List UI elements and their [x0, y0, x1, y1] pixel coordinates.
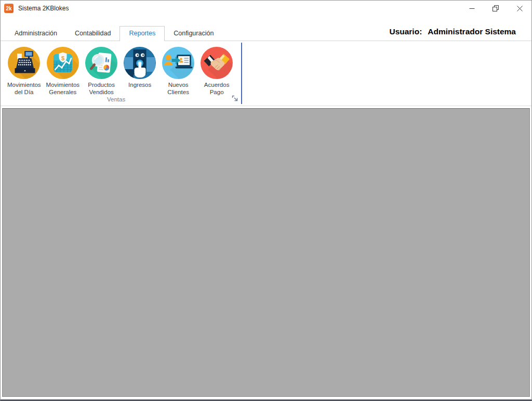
chart-shield-icon: $: [46, 46, 79, 80]
tab-configuracion[interactable]: Configuración: [165, 27, 222, 41]
item-label: Productos Vendidos: [88, 81, 115, 96]
button-nuevos-clientes[interactable]: Nuevos Clientes: [159, 46, 197, 96]
minimize-button[interactable]: [460, 1, 484, 16]
item-label-line2: Vendidos: [88, 88, 115, 96]
item-label: Movimientos Generales: [46, 81, 80, 96]
item-label-line1: Movimientos: [46, 81, 80, 88]
ribbon: Movimientos del Día: [1, 41, 531, 106]
hand-press-icon: [123, 46, 156, 80]
item-label-line2: Clientes: [167, 88, 189, 96]
item-label-line1: Productos: [88, 81, 115, 88]
tab-administracion[interactable]: Administración: [6, 27, 66, 41]
handshake-icon: [200, 46, 233, 80]
item-label-line2: Pago: [204, 88, 230, 96]
user-name: Administrador Sistema: [428, 27, 516, 36]
button-movimientos-del-dia[interactable]: Movimientos del Día: [5, 46, 44, 96]
item-label: Movimientos del Día: [7, 81, 41, 96]
item-label-line1: Acuerdos: [204, 81, 230, 88]
item-label-line1: Ingresos: [128, 81, 151, 88]
svg-text:$: $: [61, 55, 64, 61]
tab-contabilidad[interactable]: Contabilidad: [66, 27, 120, 41]
button-ingresos[interactable]: Ingresos: [121, 46, 159, 88]
user-label: Usuario:: [389, 27, 422, 36]
new-client-icon: [162, 46, 195, 80]
item-label: Nuevos Clientes: [167, 81, 189, 96]
item-label: Acuerdos Pago: [204, 81, 230, 96]
close-icon: [517, 6, 523, 11]
logged-user-info: Usuario:Administrador Sistema: [389, 27, 516, 36]
button-acuerdos-pago[interactable]: Acuerdos Pago: [197, 46, 236, 96]
title-bar: 2k Sistema 2KBlokes: [1, 1, 531, 16]
item-label-line2: del Día: [7, 88, 41, 96]
item-label-line2: Generales: [46, 88, 80, 96]
restore-icon: [493, 5, 499, 11]
cash-register-icon: [7, 46, 41, 80]
app-window: 2k Sistema 2KBlokes Administraci: [0, 0, 532, 401]
window-controls: [460, 1, 531, 16]
minimize-icon: [469, 6, 475, 11]
button-productos-vendidos[interactable]: Productos Vendidos: [82, 46, 121, 96]
item-label: Ingresos: [128, 81, 151, 88]
item-label-line1: Nuevos: [167, 81, 189, 88]
restore-button[interactable]: [484, 1, 508, 16]
dialog-launcher-icon[interactable]: [232, 95, 238, 102]
app-logo-icon: 2k: [4, 4, 14, 13]
ribbon-tab-strip: Administración Contabilidad Reportes Con…: [1, 16, 531, 41]
group-label-ventas: Ventas: [1, 96, 232, 102]
ribbon-group-ventas: Movimientos del Día: [1, 43, 242, 104]
tab-reportes[interactable]: Reportes: [119, 26, 165, 41]
item-label-line1: Movimientos: [7, 81, 41, 88]
window-title: Sistema 2KBlokes: [18, 5, 69, 12]
button-movimientos-generales[interactable]: $ Movimientos Generales: [44, 46, 83, 96]
mdi-client-area: [2, 108, 530, 397]
magnifier-report-icon: [85, 46, 118, 80]
close-button[interactable]: [508, 1, 531, 16]
